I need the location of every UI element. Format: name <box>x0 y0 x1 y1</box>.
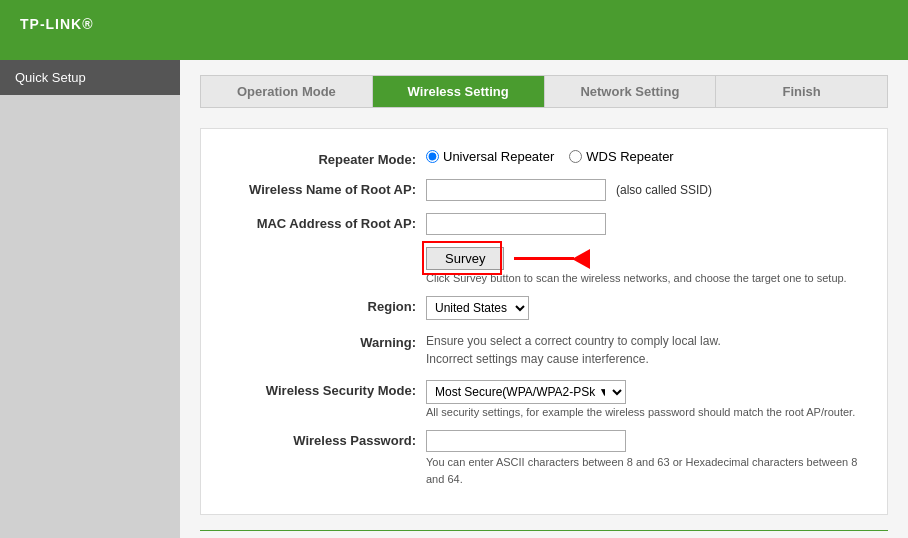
header: TP-LINK® <box>0 0 908 60</box>
content-area: Operation Mode Wireless Setting Network … <box>180 60 908 538</box>
tab-operation-mode[interactable]: Operation Mode <box>201 76 373 107</box>
sidebar: Quick Setup <box>0 60 180 538</box>
wireless-name-row: Wireless Name of Root AP: (also called S… <box>216 179 872 201</box>
wireless-name-note: (also called SSID) <box>616 183 712 197</box>
tab-finish[interactable]: Finish <box>716 76 887 107</box>
password-note: You can enter ASCII characters between 8… <box>426 454 872 487</box>
arrow-head <box>572 249 590 269</box>
password-row: Wireless Password: You can enter ASCII c… <box>216 430 872 487</box>
region-label: Region: <box>216 296 426 314</box>
wireless-name-input[interactable] <box>426 179 606 201</box>
mac-address-input[interactable] <box>426 213 606 235</box>
warning-control: Ensure you select a correct country to c… <box>426 332 872 368</box>
survey-help-text: Click Survey button to scan the wireless… <box>426 272 847 284</box>
security-mode-select[interactable]: Most Secure(WPA/WPA2-PSk ▼ <box>426 380 626 404</box>
region-select[interactable]: United States Canada Europe <box>426 296 529 320</box>
password-input[interactable] <box>426 430 626 452</box>
security-mode-row: Wireless Security Mode: Most Secure(WPA/… <box>216 380 872 418</box>
wds-repeater-radio[interactable] <box>569 150 582 163</box>
survey-button[interactable]: Survey <box>426 247 504 270</box>
repeater-mode-control: Universal Repeater WDS Repeater <box>426 149 872 164</box>
survey-spacer <box>216 247 426 250</box>
universal-repeater-radio[interactable] <box>426 150 439 163</box>
survey-row: Survey Click Survey button to scan the w… <box>216 247 872 284</box>
repeater-mode-radio-group: Universal Repeater WDS Repeater <box>426 149 674 164</box>
wizard-tabs: Operation Mode Wireless Setting Network … <box>200 75 888 108</box>
repeater-mode-row: Repeater Mode: Universal Repeater WDS Re… <box>216 149 872 167</box>
warning-text: Ensure you select a correct country to c… <box>426 332 721 368</box>
logo-symbol: ® <box>82 16 93 32</box>
red-arrow-annotation <box>514 249 590 269</box>
warning-line2: Incorrect settings may cause interferenc… <box>426 350 721 368</box>
wds-repeater-option[interactable]: WDS Repeater <box>569 149 673 164</box>
wireless-name-control: (also called SSID) <box>426 179 872 201</box>
tab-network-setting[interactable]: Network Setting <box>545 76 717 107</box>
arrow-line <box>514 257 574 260</box>
form-area: Repeater Mode: Universal Repeater WDS Re… <box>200 128 888 515</box>
region-row: Region: United States Canada Europe <box>216 296 872 320</box>
password-control: You can enter ASCII characters between 8… <box>426 430 872 487</box>
logo-text: TP-LINK <box>20 16 82 32</box>
password-label: Wireless Password: <box>216 430 426 448</box>
wireless-name-label: Wireless Name of Root AP: <box>216 179 426 197</box>
survey-button-row: Survey <box>426 247 847 270</box>
universal-repeater-label: Universal Repeater <box>443 149 554 164</box>
logo: TP-LINK® <box>20 14 94 46</box>
mac-address-row: MAC Address of Root AP: <box>216 213 872 235</box>
survey-annotation: Survey <box>426 247 590 270</box>
mac-address-label: MAC Address of Root AP: <box>216 213 426 231</box>
main-layout: Quick Setup Operation Mode Wireless Sett… <box>0 60 908 538</box>
security-mode-label: Wireless Security Mode: <box>216 380 426 398</box>
warning-line1: Ensure you select a correct country to c… <box>426 332 721 350</box>
security-mode-control: Most Secure(WPA/WPA2-PSk ▼ All security … <box>426 380 872 418</box>
divider <box>200 530 888 531</box>
region-control: United States Canada Europe <box>426 296 872 320</box>
tab-wireless-setting[interactable]: Wireless Setting <box>373 76 545 107</box>
sidebar-item-quicksetup[interactable]: Quick Setup <box>0 60 180 95</box>
security-note: All security settings, for example the w… <box>426 406 855 418</box>
survey-control: Survey Click Survey button to scan the w… <box>426 247 872 284</box>
wds-repeater-label: WDS Repeater <box>586 149 673 164</box>
universal-repeater-option[interactable]: Universal Repeater <box>426 149 554 164</box>
warning-label: Warning: <box>216 332 426 350</box>
warning-row: Warning: Ensure you select a correct cou… <box>216 332 872 368</box>
repeater-mode-label: Repeater Mode: <box>216 149 426 167</box>
mac-address-control <box>426 213 872 235</box>
